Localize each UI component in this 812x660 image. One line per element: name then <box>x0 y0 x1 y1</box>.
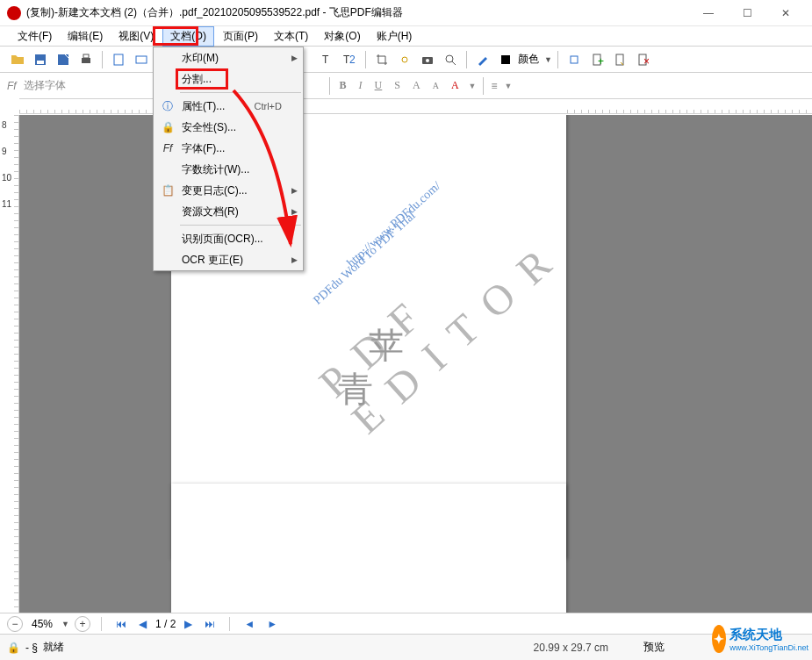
menubar: 文件(F) 编辑(E) 视图(V) 文档(D) 页面(P) 文本(T) 对象(O… <box>0 26 812 46</box>
delete-page-button[interactable]: × <box>632 49 653 70</box>
zoom-out-button[interactable]: − <box>7 616 23 632</box>
prev-page-button[interactable]: ◀ <box>135 618 150 630</box>
svg-rect-3 <box>82 58 90 63</box>
save-button[interactable] <box>30 49 51 70</box>
menu-resources[interactable]: 资源文档(R)▶ <box>154 201 303 222</box>
menu-wordcount[interactable]: 字数统计(W)... <box>154 159 303 180</box>
menu-object[interactable]: 对象(O) <box>317 27 367 46</box>
zoom-value[interactable]: 45% <box>32 618 53 630</box>
next-page-button[interactable]: ▶ <box>181 618 196 630</box>
lock-icon: 🔒 <box>7 642 20 654</box>
svg-text:T: T <box>322 54 329 66</box>
brand-url: www.XiTongTianDi.net <box>729 643 808 652</box>
svg-point-11 <box>426 59 429 62</box>
superscript-button[interactable]: A <box>413 79 420 92</box>
dropdown-icon[interactable]: ▼ <box>544 55 552 64</box>
fill-button[interactable] <box>495 49 516 70</box>
page-indicator[interactable]: 1 / 2 <box>155 618 176 630</box>
font-select[interactable]: 选择字体 <box>24 78 155 93</box>
svg-text:+: + <box>598 55 604 67</box>
status-bullet: - § <box>25 642 38 654</box>
brand-watermark: ✦ 系统天地 www.XiTongTianDi.net <box>712 621 808 656</box>
close-button[interactable]: ✕ <box>766 1 805 25</box>
forward-button[interactable]: ► <box>263 618 281 630</box>
menu-edit[interactable]: 编辑(E) <box>61 27 110 46</box>
status-bar: 🔒 - § 就绪 20.99 x 29.7 cm 预览 <box>0 634 812 660</box>
svg-rect-5 <box>114 54 123 65</box>
document-area: 8 9 10 11 PDF EDITOR http://www.PDFdu.co… <box>0 115 812 634</box>
snapshot-button[interactable] <box>417 49 438 70</box>
page-text: 苹 <box>369 321 404 369</box>
dropdown-icon[interactable]: ▼ <box>61 620 69 628</box>
fit-width-button[interactable] <box>131 49 152 70</box>
menu-ocr[interactable]: 识别页面(OCR)... <box>154 228 303 249</box>
svg-point-12 <box>446 55 453 62</box>
dropdown-icon[interactable]: ▼ <box>504 82 512 90</box>
app-icon <box>7 6 21 20</box>
minimize-button[interactable]: — <box>689 1 728 25</box>
search-button[interactable] <box>440 49 461 70</box>
svg-text:×: × <box>643 55 650 67</box>
preview-label[interactable]: 预览 <box>643 640 665 655</box>
brand-logo-icon: ✦ <box>712 625 726 653</box>
svg-text:2: 2 <box>349 54 356 66</box>
menu-properties[interactable]: ⓘ属性(T)...Ctrl+D <box>154 96 303 117</box>
crop-button[interactable] <box>371 49 392 70</box>
svg-rect-4 <box>83 54 89 58</box>
menu-changelog[interactable]: 📋变更日志(C)...▶ <box>154 180 303 201</box>
menu-split[interactable]: 分割... <box>154 68 303 90</box>
menu-ocr-correct[interactable]: OCR 更正(E)▶ <box>154 249 303 270</box>
zoom-in-button[interactable]: + <box>75 616 90 632</box>
page-text: 青 <box>338 365 373 413</box>
ruler-horizontal <box>19 98 812 114</box>
last-page-button[interactable]: ⏭ <box>201 618 219 630</box>
document-menu-dropdown: 水印(M)▶ 分割... ⓘ属性(T)...Ctrl+D 🔒安全性(S)... … <box>153 47 304 271</box>
saveas-button[interactable] <box>53 49 74 70</box>
menu-fonts[interactable]: Ff字体(F)... <box>154 138 303 159</box>
menu-account[interactable]: 账户(H) <box>370 27 420 46</box>
page-2[interactable]: PDF EDITOR http://www.PDFdu.com/ PDFdu W… <box>171 484 566 634</box>
bold-button[interactable]: B <box>340 79 347 92</box>
text-tool-button[interactable]: T <box>316 49 337 70</box>
info-icon: ⓘ <box>157 99 178 114</box>
svg-rect-1 <box>37 61 44 64</box>
menu-page[interactable]: 页面(P) <box>216 27 265 46</box>
fit-page-button[interactable] <box>108 49 129 70</box>
dropdown-icon[interactable]: ▼ <box>469 82 477 90</box>
menu-text[interactable]: 文本(T) <box>267 27 315 46</box>
log-icon: 📋 <box>157 184 178 197</box>
fontcolor-button[interactable]: A <box>451 79 459 92</box>
extract-page-button[interactable] <box>609 49 630 70</box>
first-page-button[interactable]: ⏮ <box>112 618 130 630</box>
linespacing-icon[interactable]: ≡ <box>491 80 497 92</box>
window-title: (复制)-新建文本文档 (2)（合并）.pdf_2021020509553952… <box>26 5 689 20</box>
strike-button[interactable]: S <box>394 79 400 92</box>
page-dimensions: 20.99 x 29.7 cm <box>534 642 608 654</box>
page-canvas[interactable]: PDF EDITOR http://www.PDFdu.com/ PDFdu W… <box>19 115 812 634</box>
underline-button[interactable]: U <box>375 79 383 92</box>
back-button[interactable]: ◄ <box>241 618 258 630</box>
stamp-button[interactable] <box>564 49 585 70</box>
titlebar: (复制)-新建文本文档 (2)（合并）.pdf_2021020509553952… <box>0 0 812 26</box>
font-icon: Ff <box>7 80 17 92</box>
italic-button[interactable]: I <box>359 79 363 92</box>
brand-name: 系统天地 <box>729 627 808 643</box>
text-edit-button[interactable]: T2 <box>339 49 360 70</box>
format-toolbar: Ff 选择字体 ▼ B I U S A A A ▼ ≡ ▼ <box>0 72 812 98</box>
color-label: 颜色 <box>518 52 539 67</box>
menu-file[interactable]: 文件(F) <box>11 27 59 46</box>
main-toolbar: T T2 颜色 ▼ + × <box>0 46 812 72</box>
print-button[interactable] <box>75 49 97 70</box>
pen-button[interactable] <box>472 49 493 70</box>
open-button[interactable] <box>7 49 28 70</box>
maximize-button[interactable]: ☐ <box>728 1 766 25</box>
menu-watermark[interactable]: 水印(M)▶ <box>154 47 303 68</box>
menu-security[interactable]: 🔒安全性(S)... <box>154 117 303 138</box>
insert-page-button[interactable]: + <box>586 49 607 70</box>
ruler-vertical: 8 9 10 11 <box>0 115 19 634</box>
zoom-bar: − 45% ▼ + ⏮ ◀ 1 / 2 ▶ ⏭ ◄ ► <box>0 613 812 634</box>
subscript-button[interactable]: A <box>433 81 439 90</box>
menu-document[interactable]: 文档(D) <box>162 26 214 47</box>
link-button[interactable] <box>394 49 415 70</box>
menu-view[interactable]: 视图(V) <box>111 27 161 46</box>
